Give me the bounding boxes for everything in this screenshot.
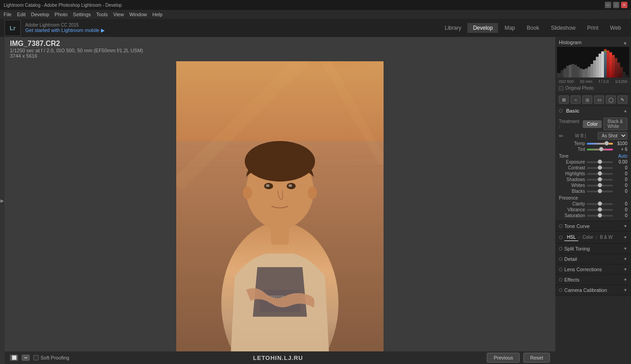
effects-section[interactable]: Effects ▼ [555,275,631,285]
tab-develop[interactable]: Develop [467,23,498,33]
tab-book[interactable]: Book [521,23,544,33]
vibrance-slider-thumb[interactable] [598,207,602,212]
brush-tool[interactable]: ✎ [617,96,627,104]
soft-proof-toggle[interactable]: Soft Proofing [33,355,69,360]
bw-treatment-btn[interactable]: Black & White [604,118,627,130]
clarity-slider-track[interactable] [587,203,613,205]
grad-filter-tool[interactable]: ▭ [594,96,604,104]
exposure-slider-thumb[interactable] [598,159,602,164]
tools-row: ⊞ ○ ◎ ▭ ◯ ✎ [555,94,631,106]
hsl-toggle[interactable] [559,236,562,239]
histogram-label: Histogram [559,40,581,45]
clarity-slider-thumb[interactable] [598,201,602,206]
highlights-slider-track[interactable] [587,173,613,175]
basic-expand-icon[interactable]: ▲ [623,109,627,113]
lr-mobile-link[interactable]: Get started with Lightroom mobile ▶ [25,27,439,33]
split-toning-section[interactable]: Split Toning ▼ [555,244,631,254]
tab-print[interactable]: Print [582,23,604,33]
split-toning-left: Split Toning [559,246,590,251]
camera-calibration-expand-icon[interactable]: ▼ [623,288,627,292]
hsl-tab-hsl[interactable]: HSL [564,234,578,241]
vibrance-value: 0 [615,207,627,212]
hsl-section[interactable]: HSL / Color / B & W ▼ [555,232,631,244]
original-photo-row: Original Photo [557,85,629,91]
shadows-slider-thumb[interactable] [598,177,602,182]
split-toning-label: Split Toning [564,246,590,251]
redeye-tool[interactable]: ◎ [582,96,592,104]
menu-window[interactable]: Window [129,12,147,17]
split-toning-toggle[interactable] [559,247,562,250]
camera-calibration-section[interactable]: Camera Calibration ▼ [555,285,631,296]
basic-section-header[interactable]: Basic ▲ [555,106,631,116]
close-button[interactable]: ✕ [621,2,627,8]
highlights-slider-thumb[interactable] [598,171,602,176]
contrast-slider-thumb[interactable] [598,165,602,170]
hsl-tab-color[interactable]: Color [580,234,596,241]
detail-section[interactable]: Detail ▼ [555,254,631,264]
menu-tools[interactable]: Tools [96,12,108,17]
maximize-button[interactable]: □ [613,2,619,8]
soft-proof-checkbox[interactable] [33,355,39,360]
tab-web[interactable]: Web [605,23,626,33]
tone-curve-expand-icon[interactable]: ▼ [623,224,627,228]
camera-calibration-toggle[interactable] [559,288,562,292]
whites-slider-track[interactable] [587,185,613,187]
exposure-slider-track[interactable] [587,161,613,163]
tint-slider-thumb[interactable] [599,147,604,151]
saturation-slider-track[interactable] [587,215,613,217]
tab-library[interactable]: Library [439,23,467,33]
menu-file[interactable]: File [4,12,12,17]
whites-slider-thumb[interactable] [598,183,602,187]
reset-button[interactable]: Reset [523,353,550,363]
wb-select[interactable]: As Shot [598,132,627,140]
effects-toggle[interactable] [559,278,562,282]
tab-map[interactable]: Map [499,23,520,33]
view-loupe-button[interactable]: ⬜ [10,355,18,361]
crop-tool[interactable]: ⊞ [559,96,569,104]
tone-auto-btn[interactable]: Auto [618,154,627,159]
basic-section-toggle[interactable] [559,109,562,113]
hsl-expand-icon[interactable]: ▼ [623,235,627,240]
heal-tool[interactable]: ○ [571,96,581,104]
tint-slider-track[interactable] [587,149,613,150]
menu-photo[interactable]: Photo [55,12,68,17]
blacks-slider-track[interactable] [587,191,613,192]
saturation-slider-thumb[interactable] [598,213,602,218]
left-panel-toggle[interactable]: ▶ [0,37,5,364]
menu-develop[interactable]: Develop [31,12,49,17]
vibrance-slider-row: Vibrance 0 [559,207,627,212]
histogram-expand[interactable]: ▲ [623,40,627,45]
color-treatment-btn[interactable]: Color [583,120,602,128]
menu-view[interactable]: View [113,12,124,17]
shadows-slider-track[interactable] [587,179,613,181]
temp-slider-thumb[interactable] [604,141,609,146]
minimize-button[interactable]: ─ [605,2,611,8]
menu-edit[interactable]: Edit [17,12,26,17]
temp-slider-track[interactable] [587,143,613,145]
menu-settings[interactable]: Settings [73,12,91,17]
effects-expand-icon[interactable]: ▼ [623,278,627,282]
blacks-slider-thumb[interactable] [598,189,602,193]
lens-corrections-expand-icon[interactable]: ▼ [623,267,627,272]
contrast-slider-track[interactable] [587,167,613,169]
split-toning-expand-icon[interactable]: ▼ [623,246,627,251]
view-compare-button[interactable]: ▪▪ [22,355,30,361]
tone-curve-section[interactable]: Tone Curve ▼ [555,221,631,232]
detail-toggle[interactable] [559,257,562,261]
highlights-label: Highlights [559,171,585,176]
radial-filter-tool[interactable]: ◯ [606,96,616,104]
tone-curve-toggle[interactable] [559,224,562,228]
lens-corrections-section[interactable]: Lens Corrections ▼ [555,264,631,275]
menu-help[interactable]: Help [152,12,163,17]
vibrance-slider-track[interactable] [587,209,613,211]
svg-rect-26 [569,65,572,77]
hist-iso: ISO 500 [559,79,574,84]
hsl-tab-bw[interactable]: B & W [597,234,615,241]
wb-eyedropper-icon[interactable]: ✏ [559,133,563,139]
lens-corrections-toggle[interactable] [559,268,562,271]
left-panel-arrow-icon[interactable]: ▶ [0,198,4,203]
detail-expand-icon[interactable]: ▼ [623,257,627,261]
original-photo-checkbox[interactable] [559,86,563,91]
tab-slideshow[interactable]: Slideshow [545,23,581,33]
previous-button[interactable]: Previous [487,353,520,363]
